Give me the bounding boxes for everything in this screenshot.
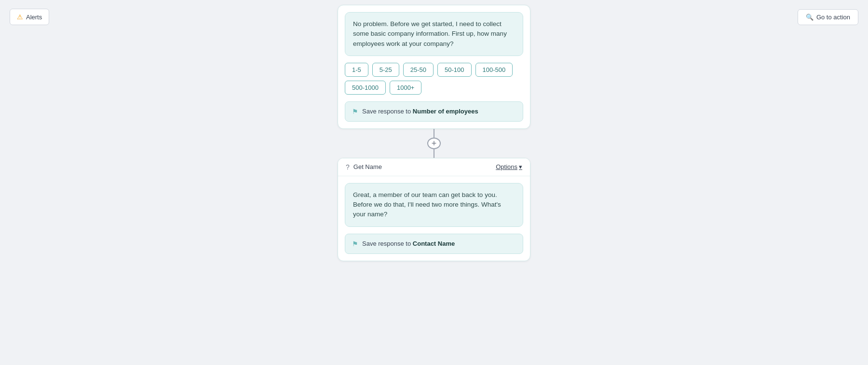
- employees-message-bubble: No problem. Before we get started, I nee…: [345, 12, 523, 56]
- flow-connector: +: [427, 129, 441, 158]
- card-get-name-body: Great, a member of our team can get back…: [338, 176, 530, 261]
- quick-reply-1-5[interactable]: 1-5: [345, 63, 368, 77]
- quick-reply-100-500[interactable]: 100-500: [475, 63, 513, 77]
- employees-quick-replies: 1-5 5-25 25-50 50-100 100-500 500-1000 1…: [345, 63, 523, 95]
- chevron-down-icon: ▾: [519, 163, 522, 170]
- card-employees-body: No problem. Before we get started, I nee…: [338, 5, 530, 128]
- quick-reply-1000-plus[interactable]: 1000+: [390, 81, 422, 95]
- name-save-response: ⚑ Save response to Contact Name: [345, 234, 523, 254]
- card-employees: No problem. Before we get started, I nee…: [338, 5, 530, 129]
- flow-wrapper: No problem. Before we get started, I nee…: [338, 5, 530, 261]
- canvas: No problem. Before we get started, I nee…: [0, 0, 868, 365]
- flag-icon-name: ⚑: [352, 240, 358, 248]
- card-get-name-header-left: ? Get Name: [346, 163, 382, 171]
- connector-line-top: [434, 129, 434, 138]
- card-get-name: ? Get Name Options ▾ Great, a member of …: [338, 158, 530, 261]
- options-label: Options: [496, 163, 517, 170]
- quick-reply-500-1000[interactable]: 500-1000: [345, 81, 386, 95]
- quick-reply-25-50[interactable]: 25-50: [403, 63, 434, 77]
- card-get-name-header: ? Get Name Options ▾: [338, 158, 530, 176]
- employees-save-response: ⚑ Save response to Number of employees: [345, 101, 523, 122]
- flag-icon-employees: ⚑: [352, 108, 358, 115]
- quick-reply-5-25[interactable]: 5-25: [372, 63, 399, 77]
- card-get-name-title: Get Name: [353, 163, 382, 170]
- name-save-response-text: Save response to Contact Name: [362, 240, 455, 247]
- card-options-button[interactable]: Options ▾: [496, 163, 522, 170]
- add-step-button[interactable]: +: [427, 138, 441, 149]
- employees-save-response-text: Save response to Number of employees: [362, 108, 478, 115]
- get-name-message-bubble: Great, a member of our team can get back…: [345, 183, 523, 227]
- connector-line-bottom: [434, 149, 434, 158]
- question-icon: ?: [346, 163, 350, 171]
- quick-reply-50-100[interactable]: 50-100: [437, 63, 471, 77]
